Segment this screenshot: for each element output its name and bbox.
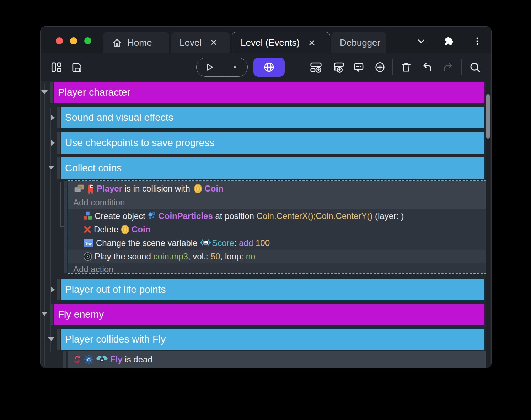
event-fly-is-dead[interactable]: G Fly is dead xyxy=(68,351,486,368)
indent-guide xyxy=(44,83,45,366)
home-icon xyxy=(112,37,122,48)
drag-handle[interactable] xyxy=(63,351,66,368)
collapse-arrow[interactable] xyxy=(41,312,48,316)
collapse-arrow[interactable] xyxy=(48,337,54,341)
gdevelop-window: Home Level ✕ Level (Events) ✕ Debugger xyxy=(41,27,491,368)
condition-collision[interactable]: Player is in collision with Coin xyxy=(68,181,486,196)
add-circle-icon[interactable] xyxy=(373,60,387,74)
drag-handle[interactable] xyxy=(57,107,60,128)
macos-close-button[interactable] xyxy=(56,37,63,44)
scrollbar-track[interactable] xyxy=(486,81,490,368)
drag-handle[interactable] xyxy=(57,329,60,350)
group-sound-effects[interactable]: Sound and visual effects xyxy=(61,107,484,128)
collapse-arrow[interactable] xyxy=(41,90,48,94)
collision-condition-icon xyxy=(74,184,85,193)
close-icon[interactable]: ✕ xyxy=(308,38,315,48)
action-text: Change the scene variable xyxy=(96,238,200,248)
tab-home[interactable]: Home xyxy=(103,32,169,53)
action-text: (layer: ) xyxy=(372,211,404,221)
particles-object-icon xyxy=(148,211,156,221)
save-icon[interactable] xyxy=(70,60,84,74)
object-name: CoinParticles xyxy=(158,211,213,221)
sound-file: coin.mp3 xyxy=(153,252,188,262)
project-manager-icon[interactable] xyxy=(50,60,63,74)
behavior-gear-icon: G xyxy=(84,355,94,365)
action-play-sound[interactable]: Play the sound coin.mp3, vol.: 50, loop:… xyxy=(68,250,486,263)
undo-icon[interactable] xyxy=(420,60,434,74)
expand-arrow[interactable] xyxy=(51,287,55,292)
scene-variable-icon xyxy=(200,238,211,248)
redo-icon[interactable] xyxy=(441,60,455,74)
add-subevent-icon[interactable] xyxy=(332,60,345,74)
object-name: Coin xyxy=(132,225,150,235)
drag-handle[interactable] xyxy=(57,157,60,179)
drag-handle[interactable] xyxy=(50,304,53,325)
group-title: Use checkpoints to save progress xyxy=(65,137,214,148)
toolbar xyxy=(41,53,491,81)
tab-level-events[interactable]: Level (Events) ✕ xyxy=(232,32,330,53)
tab-debugger[interactable]: Debugger xyxy=(331,32,386,53)
action-delete-coin[interactable]: Delete Coin xyxy=(68,223,486,236)
events-sheet: Player character Sound and visual effect… xyxy=(41,81,491,368)
close-icon[interactable]: ✕ xyxy=(210,38,217,48)
kebab-menu-icon[interactable] xyxy=(470,35,484,47)
action-text: at position xyxy=(213,211,257,221)
player-object-icon xyxy=(87,183,95,194)
conditions-section: Player is in collision with Coin Add con… xyxy=(68,181,486,209)
action-text: Delete xyxy=(94,225,121,235)
expand-arrow[interactable] xyxy=(51,140,55,146)
group-title: Player collides with Fly xyxy=(65,334,166,345)
object-name: Fly xyxy=(110,355,123,365)
network-preview-button[interactable] xyxy=(253,58,285,77)
actions-section: Create object CoinParticles at position … xyxy=(68,209,486,273)
group-player-collides-fly[interactable]: Player collides with Fly xyxy=(61,329,484,350)
object-name: Coin xyxy=(204,184,223,194)
scrollbar-thumb[interactable] xyxy=(486,94,490,139)
macos-zoom-button[interactable] xyxy=(84,37,91,44)
collapse-arrow[interactable] xyxy=(48,166,54,169)
preview-options-dropdown[interactable] xyxy=(222,58,247,76)
play-preview-button[interactable] xyxy=(197,58,222,76)
loop-value: no xyxy=(246,252,256,262)
group-title: Player out of life points xyxy=(65,284,166,295)
variable-badge-icon: Var xyxy=(83,238,94,248)
group-title: Fly enemy xyxy=(58,309,104,320)
group-collect-coins[interactable]: Collect coins xyxy=(61,157,484,179)
macos-minimize-button[interactable] xyxy=(70,37,77,44)
action-change-variable[interactable]: Var Change the scene variable Sc xyxy=(68,236,486,250)
add-condition-button[interactable]: Add condition xyxy=(68,196,486,209)
drag-handle[interactable] xyxy=(50,82,53,103)
audio-speaker-icon xyxy=(83,252,92,261)
create-object-icon xyxy=(83,211,92,221)
selected-event-collect-coins[interactable]: Player is in collision with Coin Add con… xyxy=(68,180,486,274)
search-icon[interactable] xyxy=(468,60,482,74)
add-comment-icon[interactable] xyxy=(352,60,365,74)
condition-fly-dead[interactable]: G Fly is dead xyxy=(68,351,486,368)
toolbar-divider xyxy=(461,59,462,75)
drag-handle[interactable] xyxy=(57,132,60,154)
svg-text:G: G xyxy=(87,357,91,362)
volume-value: 50 xyxy=(211,252,220,262)
condition-text: is dead xyxy=(123,355,152,365)
tab-level[interactable]: Level ✕ xyxy=(171,32,230,53)
action-create-object[interactable]: Create object CoinParticles at position … xyxy=(68,209,486,223)
add-event-icon[interactable] xyxy=(309,60,323,74)
group-player-character[interactable]: Player character xyxy=(54,82,484,103)
expand-arrow[interactable] xyxy=(51,115,55,120)
action-text: Create object xyxy=(95,211,148,221)
drag-handle[interactable] xyxy=(64,181,67,273)
tab-label: Home xyxy=(127,37,152,48)
group-checkpoints[interactable]: Use checkpoints to save progress xyxy=(61,132,484,154)
drag-handle[interactable] xyxy=(57,279,60,300)
delete-selection-icon[interactable] xyxy=(399,60,413,74)
add-action-button[interactable]: Add action xyxy=(68,263,113,275)
group-out-of-life[interactable]: Player out of life points xyxy=(61,279,484,300)
extensions-puzzle-icon[interactable] xyxy=(442,35,456,47)
action-text: : xyxy=(234,238,239,248)
swap-arrows-icon xyxy=(73,355,82,365)
group-title: Collect coins xyxy=(65,162,122,173)
chevron-down-icon[interactable] xyxy=(414,35,428,47)
group-fly-enemy[interactable]: Fly enemy xyxy=(54,304,484,325)
value: 100 xyxy=(253,238,270,248)
preview-button-group xyxy=(196,58,248,77)
